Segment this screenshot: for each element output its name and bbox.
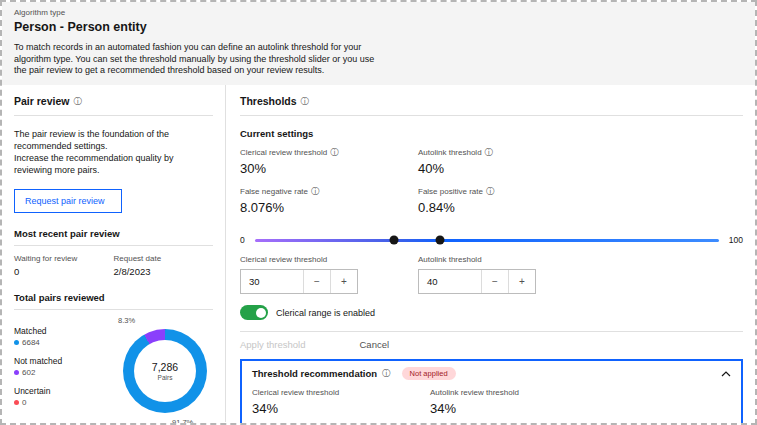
slider-max-label: 100 <box>729 235 743 245</box>
autolink-handle[interactable] <box>436 236 445 245</box>
pair-review-header: Pair review ⓘ <box>14 95 213 116</box>
request-date-value: 2/8/2023 <box>114 266 214 277</box>
recommendation-header[interactable]: Threshold recommendation ⓘ Not applied <box>242 361 741 386</box>
recommended-clerical-stat: Clerical review threshold 34% <box>252 388 430 416</box>
autolink-input-group: Autolink threshold 40 − + <box>418 255 743 294</box>
pair-review-description-line2: Increase the recommendation quality by r… <box>14 152 213 176</box>
recommendation-stats: Clerical review threshold 34% Autolink r… <box>242 386 741 425</box>
recommendation-title: Threshold recommendation <box>252 368 377 379</box>
recommended-clerical-label: Clerical review threshold <box>252 388 430 397</box>
chevron-up-icon[interactable] <box>721 371 731 377</box>
waiting-for-review-stat: Waiting for review 0 <box>14 254 114 277</box>
false-positive-rate-value: 0.84% <box>418 200 640 215</box>
request-date-stat: Request date 2/8/2023 <box>114 254 214 277</box>
autolink-input-label: Autolink threshold <box>418 255 743 264</box>
page-description: To match records in an automated fashion… <box>14 42 386 77</box>
total-pairs-reviewed-title: Total pairs reviewed <box>14 292 213 310</box>
current-settings-stats: Clerical review threshold ⓘ 30% Autolink… <box>240 148 640 215</box>
donut-legend: Matched 6684 Not matched 602 <box>14 326 62 416</box>
legend-item-matched: Matched 6684 <box>14 326 62 347</box>
threshold-recommendation-section: Threshold recommendation ⓘ Not applied C… <box>240 359 743 425</box>
threshold-actions: Apply threshold Cancel <box>240 331 743 357</box>
false-negative-rate-stat: False negative rate ⓘ 8.076% <box>240 187 418 215</box>
autolink-decrement-button[interactable]: − <box>481 270 508 293</box>
toggle-knob <box>256 308 266 318</box>
page-title: Person - Person entity <box>14 20 743 34</box>
request-pair-review-button[interactable]: Request pair review <box>14 189 122 213</box>
donut-chart: 7,286 Pairs <box>123 329 207 413</box>
threshold-slider: 0 100 <box>240 235 743 245</box>
recommended-autolink-value: 34% <box>430 401 731 416</box>
most-recent-pair-review-title: Most recent pair review <box>14 228 213 246</box>
algorithm-type-label: Algorithm type <box>14 8 743 17</box>
matched-percentage-label: 91.7% <box>172 418 193 425</box>
pair-review-description: The pair review is the foundation of the… <box>14 128 213 177</box>
total-pairs-unit: Pairs <box>158 374 173 381</box>
clerical-input-group: Clerical review threshold 30 − + <box>240 255 418 294</box>
autolink-threshold-input[interactable]: 40 − + <box>418 269 536 294</box>
clerical-handle[interactable] <box>389 236 398 245</box>
clerical-input-value[interactable]: 30 <box>241 270 303 293</box>
most-recent-pair-review-stats: Waiting for review 0 Request date 2/8/20… <box>14 254 213 277</box>
false-positive-rate-stat: False positive rate ⓘ 0.84% <box>418 187 640 215</box>
autolink-threshold-value: 40% <box>418 161 640 176</box>
info-icon[interactable]: ⓘ <box>382 369 391 378</box>
info-icon[interactable]: ⓘ <box>311 187 320 196</box>
clerical-decrement-button[interactable]: − <box>303 270 330 293</box>
clerical-range-toggle[interactable] <box>240 305 268 320</box>
thresholds-panel: Thresholds ⓘ Current settings Clerical r… <box>226 85 755 422</box>
info-icon[interactable]: ⓘ <box>486 187 495 196</box>
total-pairs-chart-area: Matched 6684 Not matched 602 <box>14 316 213 425</box>
clerical-range-toggle-row: Clerical range is enabled <box>240 305 743 320</box>
autolink-increment-button[interactable]: + <box>508 270 535 293</box>
false-negative-rate-value: 8.076% <box>240 200 418 215</box>
autolink-threshold-stat: Autolink threshold ⓘ 40% <box>418 148 640 176</box>
not-applied-badge: Not applied <box>402 367 456 380</box>
current-settings-label: Current settings <box>240 128 743 139</box>
not-matched-dot-icon <box>14 370 19 375</box>
donut-center: 7,286 Pairs <box>134 340 196 402</box>
matched-dot-icon <box>14 340 19 345</box>
pair-review-panel: Pair review ⓘ The pair review is the fou… <box>2 85 226 422</box>
pair-review-title: Pair review <box>14 95 69 107</box>
request-date-label: Request date <box>114 254 214 263</box>
recommended-clerical-value: 34% <box>252 401 430 416</box>
algorithm-threshold-page: Algorithm type Person - Person entity To… <box>0 0 757 425</box>
apply-threshold-button[interactable]: Apply threshold <box>240 332 319 357</box>
cancel-button[interactable]: Cancel <box>345 332 403 357</box>
clerical-increment-button[interactable]: + <box>330 270 357 293</box>
thresholds-title: Thresholds <box>240 95 297 107</box>
clerical-range-toggle-label: Clerical range is enabled <box>276 308 375 318</box>
main-content: Pair review ⓘ The pair review is the fou… <box>2 85 755 422</box>
legend-item-not-matched: Not matched 602 <box>14 356 62 377</box>
info-icon[interactable]: ⓘ <box>485 148 494 157</box>
info-icon[interactable]: ⓘ <box>73 97 82 106</box>
threshold-inputs: Clerical review threshold 30 − + Autolin… <box>240 255 743 294</box>
page-header: Algorithm type Person - Person entity To… <box>2 2 755 85</box>
info-icon[interactable]: ⓘ <box>301 97 310 106</box>
recommended-autolink-label: Autolink review threshold <box>430 388 731 397</box>
info-icon[interactable]: ⓘ <box>330 148 339 157</box>
clerical-threshold-value: 30% <box>240 161 418 176</box>
slider-track[interactable] <box>255 239 719 242</box>
clerical-threshold-input[interactable]: 30 − + <box>240 269 358 294</box>
pair-review-description-line1: The pair review is the foundation of the… <box>14 128 213 152</box>
thresholds-header: Thresholds ⓘ <box>240 95 743 116</box>
slider-min-label: 0 <box>240 235 245 245</box>
clerical-threshold-stat: Clerical review threshold ⓘ 30% <box>240 148 418 176</box>
clerical-input-label: Clerical review threshold <box>240 255 418 264</box>
not-matched-percentage-label: 8.3% <box>118 316 135 325</box>
waiting-for-review-label: Waiting for review <box>14 254 114 263</box>
total-pairs-value: 7,286 <box>152 361 178 373</box>
autolink-input-value[interactable]: 40 <box>419 270 481 293</box>
uncertain-dot-icon <box>14 400 19 405</box>
recommended-autolink-stat: Autolink review threshold 34% <box>430 388 731 416</box>
legend-item-uncertain: Uncertain 0 <box>14 386 62 407</box>
waiting-for-review-value: 0 <box>14 266 114 277</box>
